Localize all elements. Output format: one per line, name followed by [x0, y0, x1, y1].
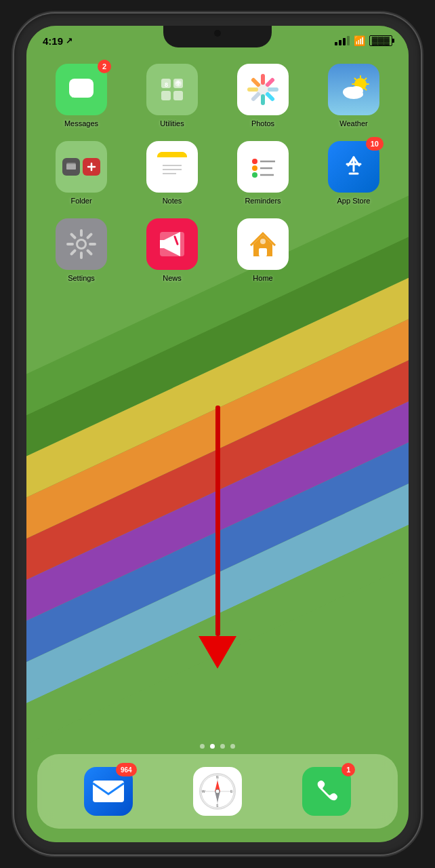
settings-label: Settings	[68, 274, 95, 282]
reminders-icon	[237, 141, 289, 193]
phone-screen: 4:19 ↗ 📶 ▓▓▓	[26, 26, 409, 842]
svg-point-41	[215, 789, 220, 793]
svg-rect-14	[66, 164, 76, 170]
folder-icon	[56, 141, 107, 193]
app-settings[interactable]: Settings	[43, 218, 120, 282]
dock-mail[interactable]: 964	[84, 767, 133, 816]
svg-text:8: 8	[165, 81, 168, 88]
utilities-icon: 8	[146, 64, 198, 115]
weather-icon	[328, 64, 379, 115]
svg-point-23	[252, 159, 257, 164]
svg-rect-5	[173, 91, 183, 100]
svg-text:N: N	[216, 775, 219, 779]
mail-icon: 964	[84, 767, 133, 816]
svg-rect-34	[93, 781, 124, 802]
mail-badge: 964	[116, 763, 137, 776]
bar2	[339, 40, 341, 45]
bar1	[335, 42, 337, 45]
app-weather[interactable]: Weather	[315, 64, 392, 127]
phone-icon: 1	[302, 767, 351, 816]
app-messages[interactable]: 2 Messages	[43, 64, 120, 127]
phone-frame: 4:19 ↗ 📶 ▓▓▓	[14, 14, 421, 854]
app-appstore[interactable]: 10 App Store	[315, 141, 392, 205]
settings-icon	[56, 218, 107, 270]
app-folder[interactable]: Folder	[43, 141, 120, 205]
svg-point-30	[78, 241, 85, 248]
dock-phone[interactable]: 1	[302, 767, 351, 816]
wifi-icon: 📶	[354, 35, 365, 46]
app-news[interactable]: News	[133, 218, 211, 282]
app-empty	[315, 218, 392, 282]
weather-label: Weather	[339, 119, 367, 127]
bar3	[343, 38, 346, 45]
arrow-head	[199, 636, 236, 669]
arrow-shaft	[215, 406, 220, 636]
photos-label: Photos	[251, 119, 274, 127]
appstore-badge: 10	[366, 137, 384, 151]
svg-point-12	[344, 90, 363, 99]
svg-rect-18	[157, 178, 187, 182]
reminders-label: Reminders	[245, 197, 281, 205]
signal-bars	[335, 36, 350, 45]
dock-safari[interactable]: N S E W	[193, 767, 242, 816]
dock: 964	[37, 754, 398, 829]
notes-label: Notes	[163, 197, 182, 205]
messages-badge: 2	[98, 60, 111, 73]
app-photos[interactable]: Photos	[224, 64, 302, 127]
appstore-label: App Store	[337, 197, 371, 205]
svg-point-33	[260, 239, 266, 244]
status-icons: 📶 ▓▓▓	[335, 35, 392, 46]
safari-icon: N S E W	[193, 767, 242, 816]
utilities-label: Utilities	[160, 119, 184, 127]
svg-rect-4	[161, 91, 171, 100]
svg-point-24	[252, 165, 257, 171]
app-utilities[interactable]: 8 Utilities	[133, 64, 211, 127]
status-time: 4:19 ↗	[43, 35, 72, 47]
svg-text:W: W	[202, 789, 205, 793]
location-icon: ↗	[66, 36, 72, 45]
phone-badge: 1	[341, 763, 355, 776]
page-dot-1	[200, 744, 205, 749]
news-label: News	[163, 274, 182, 282]
page-dot-2	[210, 744, 215, 749]
home-label: Home	[253, 274, 272, 282]
app-home[interactable]: Home	[224, 218, 302, 282]
app-grid: 2 Messages 8	[43, 64, 392, 282]
app-reminders[interactable]: Reminders	[224, 141, 302, 205]
folder-label: Folder	[70, 197, 91, 205]
notch	[163, 26, 272, 47]
news-icon	[146, 218, 198, 270]
arrow-indicator	[199, 406, 236, 669]
page-dot-3	[220, 744, 225, 749]
battery-icon: ▓▓▓	[369, 35, 392, 46]
home-icon	[237, 218, 289, 270]
appstore-icon: 10	[328, 141, 379, 193]
notes-icon	[146, 141, 198, 193]
svg-rect-32	[259, 248, 267, 256]
photos-icon	[237, 64, 289, 115]
app-notes[interactable]: Notes	[133, 141, 211, 205]
page-dot-4	[230, 744, 235, 749]
svg-point-25	[252, 172, 257, 178]
time-display: 4:19	[43, 35, 63, 47]
page-dots	[26, 744, 409, 749]
bar4	[347, 36, 350, 45]
messages-label: Messages	[64, 119, 98, 127]
empty-slot	[328, 218, 379, 270]
messages-icon: 2	[56, 64, 107, 115]
